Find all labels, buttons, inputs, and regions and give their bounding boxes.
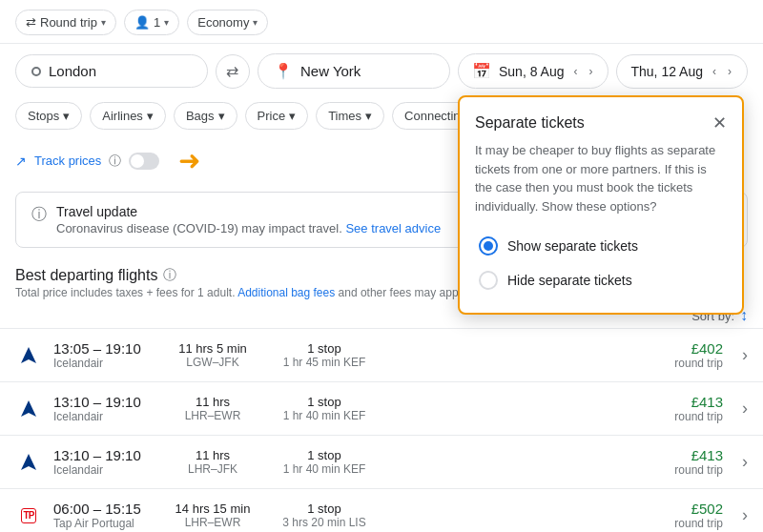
passengers-label: 1 — [154, 15, 160, 30]
times-filter-button[interactable]: Times ▾ — [316, 102, 384, 130]
flight-dur-time-1: 11 hrs 5 min — [170, 341, 256, 356]
cabin-class-chevron: ▾ — [253, 17, 258, 28]
flight-stops-3: 1 stop 1 hr 40 min KEF — [267, 448, 382, 476]
popup-body: It may be cheaper to buy flights as sepa… — [460, 141, 742, 313]
travel-advice-link[interactable]: See travel advice — [345, 221, 441, 235]
airlines-filter-button[interactable]: Airlines ▾ — [90, 102, 166, 130]
show-separate-radio-outer — [479, 236, 498, 256]
flight-stop-label-3: 1 stop — [267, 448, 382, 462]
expand-icon-3[interactable]: › — [742, 452, 748, 472]
bags-filter-button[interactable]: Bags ▾ — [174, 102, 237, 130]
flight-duration-3: 11 hrs LHR–JFK — [170, 448, 256, 476]
stops-filter-button[interactable]: Stops ▾ — [15, 102, 82, 130]
flight-times-3: 13:10 – 19:10 Icelandair — [53, 447, 158, 477]
flight-row[interactable]: 13:05 – 19:10 Icelandair 11 hrs 5 min LG… — [0, 328, 763, 381]
passengers-button[interactable]: 👤 1 ▾ — [124, 10, 179, 35]
show-separate-tickets-option[interactable]: Show separate tickets — [475, 229, 727, 263]
flight-price-2: £413 round trip — [647, 394, 723, 423]
flight-row[interactable]: TP 06:00 – 15:15 Tap Air Portugal 14 hrs… — [0, 488, 763, 532]
flight-stops-4: 1 stop 3 hrs 20 min LIS — [267, 501, 382, 529]
track-prices-info-icon: ⓘ — [109, 153, 121, 170]
trip-type-button[interactable]: ⇄ Round trip ▾ — [15, 10, 116, 35]
times-filter-label: Times — [328, 109, 361, 123]
page-wrapper: ⇄ Round trip ▾ 👤 1 ▾ Economy ▾ London ⇄ … — [0, 0, 763, 532]
expand-icon-4[interactable]: › — [742, 505, 748, 525]
airline-logo-1 — [15, 342, 42, 369]
return-prev-button[interactable]: ‹ — [711, 63, 718, 80]
depart-next-button[interactable]: › — [587, 63, 594, 80]
flight-duration-2: 11 hrs LHR–EWR — [170, 395, 256, 422]
show-separate-radio-inner — [484, 241, 493, 251]
show-separate-label: Show separate tickets — [507, 238, 638, 254]
flight-airline-3: Icelandair — [53, 463, 158, 477]
flight-dur-time-4: 14 hrs 15 min — [170, 501, 256, 516]
flight-stops-1: 1 stop 1 hr 45 min KEF — [267, 341, 382, 369]
track-prices-toggle[interactable] — [129, 153, 159, 170]
flight-duration-1: 11 hrs 5 min LGW–JFK — [170, 341, 256, 369]
travel-update-title: Travel update — [56, 204, 441, 219]
return-date-input[interactable]: Thu, 12 Aug ‹ › — [616, 54, 748, 89]
airlines-filter-label: Airlines — [102, 109, 143, 123]
other-fees-text: and other fees may apply. — [339, 286, 469, 299]
flight-price-1: £402 round trip — [647, 340, 723, 370]
price-type-3: round trip — [647, 463, 723, 477]
flight-stop-detail-4: 3 hrs 20 min LIS — [267, 516, 382, 529]
price-filter-button[interactable]: Price ▾ — [245, 102, 309, 130]
price-filter-label: Price — [258, 109, 286, 123]
popup-close-button[interactable]: ✕ — [712, 113, 727, 133]
track-prices-label: Track prices — [34, 153, 101, 168]
flight-dur-route-3: LHR–JFK — [170, 462, 256, 476]
toggle-knob — [131, 154, 144, 168]
hide-separate-radio-outer — [479, 271, 498, 290]
expand-icon-1[interactable]: › — [742, 345, 748, 365]
origin-input[interactable]: London — [15, 54, 208, 88]
flight-dur-route-2: LHR–EWR — [170, 409, 256, 422]
expand-icon-2[interactable]: › — [742, 399, 748, 419]
depart-date-text: Sun, 8 Aug — [499, 64, 565, 79]
swap-button[interactable]: ⇄ — [216, 54, 250, 89]
hide-separate-tickets-option[interactable]: Hide separate tickets — [475, 263, 727, 297]
additional-fees-link[interactable]: Additional bag fees — [237, 286, 335, 299]
depart-date-input[interactable]: 📅 Sun, 8 Aug ‹ › — [458, 53, 609, 89]
price-amount-4: £502 — [647, 501, 723, 517]
origin-text: London — [49, 63, 192, 79]
price-chevron-icon: ▾ — [289, 109, 296, 123]
price-amount-1: £402 — [647, 340, 723, 357]
trip-type-icon: ⇄ — [26, 15, 36, 30]
flight-list: 13:05 – 19:10 Icelandair 11 hrs 5 min LG… — [0, 328, 763, 532]
svg-marker-0 — [21, 347, 36, 363]
price-type-1: round trip — [647, 357, 723, 370]
airlines-chevron-icon: ▾ — [147, 109, 154, 123]
destination-text: New York — [300, 63, 434, 79]
airline-logo-2 — [15, 396, 42, 422]
flight-row[interactable]: 13:10 – 19:10 Icelandair 11 hrs LHR–JFK … — [0, 435, 763, 488]
flight-stop-detail-1: 1 hr 45 min KEF — [267, 356, 382, 369]
flight-stop-label-2: 1 stop — [267, 395, 382, 409]
top-bar: ⇄ Round trip ▾ 👤 1 ▾ Economy ▾ — [0, 0, 763, 44]
flight-times-4: 06:00 – 15:15 Tap Air Portugal — [53, 501, 158, 530]
destination-input[interactable]: 📍 New York — [258, 53, 450, 89]
flight-row[interactable]: 13:10 – 19:10 Icelandair 11 hrs LHR–EWR … — [0, 381, 763, 435]
cabin-class-button[interactable]: Economy ▾ — [187, 10, 268, 35]
flight-time-4: 06:00 – 15:15 — [53, 501, 158, 517]
return-next-button[interactable]: › — [726, 63, 733, 80]
flight-price-3: £413 round trip — [647, 447, 723, 477]
popup-title: Separate tickets — [475, 114, 585, 132]
stops-filter-label: Stops — [28, 109, 59, 123]
stops-chevron-icon: ▾ — [63, 109, 70, 123]
tap-logo: TP — [21, 508, 37, 523]
calendar-icon: 📅 — [472, 62, 491, 80]
flight-times-1: 13:05 – 19:10 Icelandair — [53, 340, 158, 370]
flight-dur-route-4: LHR–EWR — [170, 516, 256, 529]
travel-update-content: Travel update Coronavirus disease (COVID… — [56, 204, 441, 235]
flight-stop-detail-2: 1 hr 40 min KEF — [267, 409, 382, 422]
travel-update-text: Coronavirus disease (COVID-19) may impac… — [56, 221, 342, 235]
destination-pin-icon: 📍 — [274, 62, 293, 80]
airline-logo-3 — [15, 449, 42, 476]
hide-separate-label: Hide separate tickets — [507, 273, 632, 288]
flight-stops-2: 1 stop 1 hr 40 min KEF — [267, 395, 382, 422]
flight-duration-4: 14 hrs 15 min LHR–EWR — [170, 501, 256, 529]
depart-prev-button[interactable]: ‹ — [571, 63, 579, 80]
trip-type-chevron: ▾ — [101, 17, 106, 28]
origin-dot — [31, 67, 41, 76]
